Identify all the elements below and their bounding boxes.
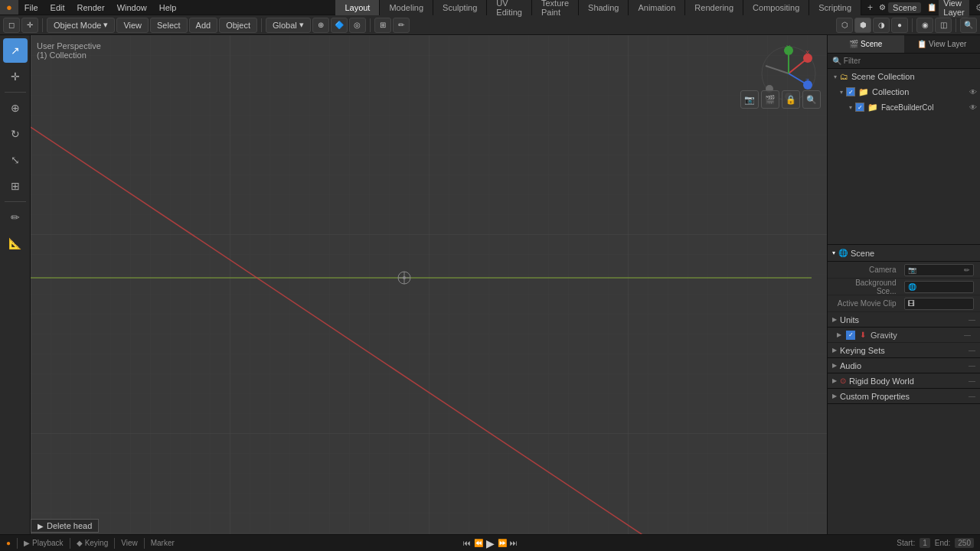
vp-lock-btn[interactable]: 🔒 [782,90,800,109]
annotate-tool-btn[interactable]: ✏ [3,205,28,230]
menu-help[interactable]: Help [153,0,183,15]
transform-gizmo-btn[interactable]: ⊞ [374,18,391,33]
jump-start-btn[interactable]: ⏮ [463,539,471,547]
scene-tab[interactable]: 🎬 Scene [828,35,904,53]
camera-value[interactable]: 📷 ✏ [904,264,975,276]
facebuilder-check[interactable]: ✓ [855,103,864,112]
movie-clip-value[interactable]: 🎞 [904,298,975,310]
pivot-point-btn[interactable]: ⊕ [312,18,329,33]
select-tool-btn[interactable]: ↗ [3,38,28,63]
transform-tool-btn[interactable]: ⊞ [3,174,28,198]
ws-tab-uv-editing[interactable]: UV Editing [487,0,532,15]
movie-clip-row: Active Movie Clip 🎞 [828,295,980,312]
menu-edit[interactable]: Edit [44,0,71,15]
blender-logo[interactable]: ● [0,0,18,15]
rigid-body-world-header[interactable]: ▶ ⊙ Rigid Body World — [828,373,980,389]
snapping-btn[interactable]: 🔷 [331,18,348,33]
toolbar-select-box-icon[interactable]: ◻ [3,18,20,33]
camera-view-btn[interactable]: 📷 [740,90,759,109]
toolbar-sep-3 [370,18,371,32]
viewport[interactable]: User Perspective (1) Collection X Y Z [31,35,827,534]
ws-tab-texture-paint[interactable]: Texture Paint [532,0,579,15]
next-frame-btn[interactable]: ⏩ [498,539,507,547]
rendered-shading-btn[interactable]: ● [891,18,908,33]
collection-eye-icon[interactable]: 👁 [969,88,977,96]
jump-end-btn[interactable]: ⏭ [510,539,518,547]
view-layer-display[interactable]: View Layer [939,0,969,18]
status-keying[interactable]: ◆ Keying [77,539,109,547]
facebuilder-label: FaceBuilderCol [881,103,966,112]
bg-scene-value[interactable]: 🌐 [904,281,975,293]
header-settings-icon[interactable]: ⚙ [975,2,980,13]
collection-check[interactable]: ✓ [846,87,855,96]
annotations-btn[interactable]: ✏ [393,18,410,33]
object-mode-dropdown[interactable]: Object Mode ▾ [47,18,115,33]
camera-icon: 📷 [908,266,916,274]
ws-tab-rendering[interactable]: Rendering [685,0,743,15]
cursor-tool-btn[interactable]: ✛ [3,64,28,89]
add-menu-btn[interactable]: Add [189,18,218,33]
move-tool-btn[interactable]: ⊕ [3,96,28,120]
view-menu-btn[interactable]: View [116,18,149,33]
scale-tool-btn[interactable]: ⤡ [3,148,28,172]
right-panel: ⚙ 📹 📋 🌐 🌍 📦 ▲ ⬛ ✦ 🎬 Scene 📋 View Layer 🔍 [827,15,980,534]
ws-tab-scripting[interactable]: Scripting [809,0,861,15]
prev-frame-btn[interactable]: ⏪ [474,539,483,547]
scene-name-display[interactable]: Scene [888,2,921,13]
ws-tab-modeling[interactable]: Modeling [380,0,433,15]
outliner-scene-collection[interactable]: ▾ 🗂 Scene Collection [828,69,980,84]
solid-shading-btn[interactable]: ⬢ [854,18,871,33]
start-frame-value[interactable]: 1 [920,538,930,548]
wireframe-shading-btn[interactable]: ⬡ [836,18,853,33]
rotate-tool-btn[interactable]: ↻ [3,122,28,146]
view-layer-tab[interactable]: 📋 View Layer [904,35,981,53]
gravity-check[interactable]: ✓ [846,331,855,340]
toolbar-cursor-icon[interactable]: ✛ [21,18,38,33]
viewport-gizmo-settings[interactable]: 🔍 [960,18,977,33]
end-frame-value[interactable]: 250 [955,538,974,548]
audio-expand-icon: — [969,362,975,370]
scene-collection-tri: ▾ [834,73,837,80]
menu-window[interactable]: Window [111,0,153,15]
collection-folder-icon: 📁 [858,87,869,97]
menu-render[interactable]: Render [71,0,111,15]
play-pause-btn[interactable]: ▶ [486,537,495,549]
outliner-facebuilder-col[interactable]: ▾ ✓ 📁 FaceBuilderCol 👁 [828,99,980,115]
keying-sets-header[interactable]: ▶ Keying Sets — [828,343,980,358]
top-menu-bar: ● File Edit Render Window Help Layout Mo… [0,0,980,15]
ws-tab-add[interactable]: + [861,0,879,15]
proportional-edit-btn[interactable]: ◎ [349,18,366,33]
vp-search-btn[interactable]: 🔍 [802,90,821,109]
custom-props-header[interactable]: ▶ Custom Properties — [828,389,980,404]
menu-file[interactable]: File [18,0,44,15]
ws-tab-sculpting[interactable]: Sculpting [433,0,487,15]
render-view-btn[interactable]: 🎬 [761,90,779,109]
select-menu-btn[interactable]: Select [150,18,188,33]
status-playback[interactable]: ▶ Playback [24,539,64,547]
material-shading-btn[interactable]: ◑ [873,18,890,33]
object-menu-btn[interactable]: Object [219,18,257,33]
ws-tab-animation[interactable]: Animation [629,0,685,15]
movie-clip-label: Active Movie Clip [834,299,901,308]
ws-tab-layout[interactable]: Layout [335,0,380,15]
camera-pencil-icon[interactable]: ✏ [964,266,970,274]
measure-tool-btn[interactable]: 📐 [3,231,28,256]
camera-label: Camera [834,266,901,274]
ws-tab-shading[interactable]: Shading [579,0,629,15]
facebuilder-eye-icon[interactable]: 👁 [969,103,977,112]
view-layer-tab-label: View Layer [929,40,966,48]
xray-toggle-btn[interactable]: ◫ [935,18,952,33]
outliner-collection[interactable]: ▾ ✓ 📁 Collection 👁 [828,84,980,99]
scene-collection-label: Scene Collection [851,72,980,81]
audio-section-header[interactable]: ▶ Audio — [828,358,980,373]
collection-tri: ▾ [840,89,843,96]
ws-tab-compositing[interactable]: Compositing [743,0,809,15]
viewport-overlays-btn[interactable]: ◉ [916,18,933,33]
outliner-header: 🔍 Filter [828,54,980,69]
transform-global-dropdown[interactable]: Global ▾ [266,18,311,33]
status-view[interactable]: View [121,539,138,547]
gravity-item[interactable]: ▶ ✓ ⬇ Gravity — [828,328,980,343]
scene-section-header[interactable]: ▾ 🌐 Scene [828,245,980,262]
status-marker[interactable]: Marker [151,539,175,547]
units-section-header[interactable]: ▶ Units — [828,312,980,328]
